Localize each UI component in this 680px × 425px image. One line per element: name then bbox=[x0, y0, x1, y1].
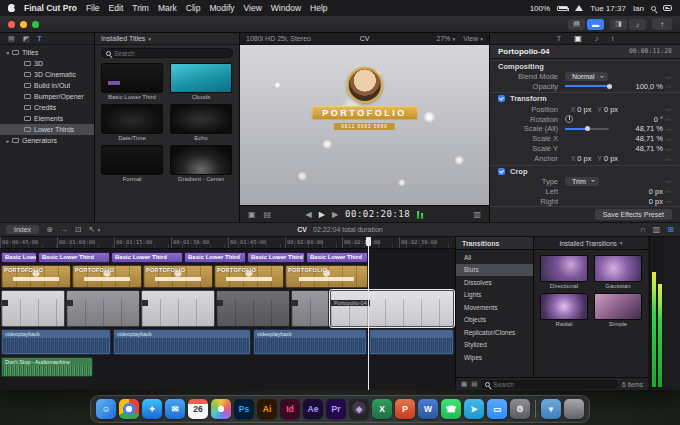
viewer-timecode[interactable]: 00:02:20:18 bbox=[345, 209, 410, 219]
playhead[interactable] bbox=[368, 237, 369, 390]
dock-after-effects-icon[interactable]: Ae bbox=[303, 399, 323, 419]
transition-category[interactable]: Replicator/Clones bbox=[456, 326, 533, 339]
anchor-x-field[interactable]: 0 px bbox=[577, 154, 591, 163]
crop-checkbox[interactable] bbox=[498, 168, 505, 175]
portfolio-title-clip[interactable]: PORTOFOLIO bbox=[143, 265, 213, 288]
menu-user[interactable]: Ian bbox=[633, 4, 644, 13]
sidebar-item[interactable]: Credits bbox=[0, 102, 94, 113]
dock-word-icon[interactable]: W bbox=[418, 399, 438, 419]
viewer-canvas[interactable]: PORTOFOLIO 0812 8083 5880 bbox=[240, 45, 489, 205]
dock-zoom-icon[interactable]: ▭ bbox=[487, 399, 507, 419]
titles-search-input[interactable] bbox=[114, 50, 228, 57]
disclosure-icon[interactable]: ▸ bbox=[4, 138, 12, 144]
dock-chrome-icon[interactable] bbox=[119, 399, 139, 419]
transition-item[interactable]: Simple bbox=[594, 293, 642, 327]
scale-x-value[interactable]: 48,71 % bbox=[635, 134, 663, 143]
share-button[interactable]: ↑ bbox=[652, 18, 672, 30]
snapping-icon[interactable]: ∩ bbox=[640, 225, 646, 234]
stepper-icon[interactable]: ‹› bbox=[666, 146, 672, 152]
transition-category[interactable]: Blurs bbox=[456, 264, 533, 277]
media-tab-icon[interactable]: ◩ bbox=[23, 35, 30, 43]
app-menu-title[interactable]: Final Cut Pro bbox=[24, 3, 77, 13]
video-clip[interactable] bbox=[291, 290, 329, 327]
transition-category[interactable]: Dissolves bbox=[456, 276, 533, 289]
dock-telegram-icon[interactable]: ➤ bbox=[464, 399, 484, 419]
sidebar-item[interactable]: ▸ Generators bbox=[0, 135, 94, 146]
transitions-browser-icon[interactable]: ⊞ bbox=[667, 225, 674, 234]
inspector-toggle-button[interactable]: ◨ bbox=[610, 19, 627, 30]
dock-final-cut-pro-icon[interactable]: ◈ bbox=[349, 399, 369, 419]
dock-indesign-icon[interactable]: Id bbox=[280, 399, 300, 419]
scale-y-value[interactable]: 48,71 % bbox=[635, 144, 663, 153]
stepper-icon[interactable]: ‹› bbox=[666, 198, 672, 204]
dock-safari-icon[interactable]: ✦ bbox=[142, 399, 162, 419]
title-thumbnail[interactable]: Echo bbox=[170, 104, 232, 141]
audio-clip[interactable]: videoplayback bbox=[253, 329, 367, 355]
transitions-search[interactable] bbox=[481, 380, 618, 389]
title-thumbnail[interactable]: Date/Time bbox=[101, 104, 163, 141]
sidebar-item[interactable]: Elements bbox=[0, 113, 94, 124]
transition-category[interactable]: Movements bbox=[456, 301, 533, 314]
sidebar-item[interactable]: Lower Thirds bbox=[0, 124, 94, 135]
grid-view-icon[interactable]: ▦ bbox=[461, 380, 467, 388]
scale-all-slider[interactable] bbox=[565, 128, 609, 130]
title-clip[interactable]: Basic Lower Third bbox=[306, 252, 368, 263]
anchor-y-field[interactable]: 0 px bbox=[604, 154, 618, 163]
dock-powerpoint-icon[interactable]: P bbox=[395, 399, 415, 419]
apple-menu-icon[interactable] bbox=[8, 4, 15, 12]
menu-item[interactable]: File bbox=[86, 3, 100, 13]
view-options-icon[interactable]: ▤ bbox=[264, 210, 272, 219]
save-effects-preset-button[interactable]: Save Effects Preset bbox=[595, 209, 672, 220]
dock-finder-icon[interactable]: ☺ bbox=[96, 399, 116, 419]
sidebar-item[interactable]: ▾ Titles bbox=[0, 47, 94, 58]
portfolio-title-clip[interactable]: PORTOFOLIO bbox=[285, 265, 368, 288]
transition-category[interactable]: Lights bbox=[456, 289, 533, 302]
video-clip[interactable]: Portopolio-04 bbox=[330, 290, 454, 327]
transition-item[interactable]: Radial bbox=[540, 293, 588, 327]
info-inspector-tab-icon[interactable]: i bbox=[612, 34, 614, 43]
viewer-view-menu[interactable]: View ▾ bbox=[463, 35, 483, 42]
stepper-icon[interactable]: ‹› bbox=[666, 178, 672, 184]
fit-zoom-icon[interactable]: ▣ bbox=[248, 210, 256, 219]
dock-illustrator-icon[interactable]: Ai bbox=[257, 399, 277, 419]
sidebar-item[interactable]: 3D bbox=[0, 58, 94, 69]
rotation-value[interactable]: 0 ° bbox=[654, 115, 663, 124]
titles-search[interactable] bbox=[101, 48, 233, 58]
video-clip[interactable] bbox=[216, 290, 290, 327]
transition-item[interactable]: Directional bbox=[540, 255, 588, 289]
dock-mail-icon[interactable]: ✉ bbox=[165, 399, 185, 419]
compositing-section-header[interactable]: Compositing bbox=[490, 60, 680, 72]
crop-right-value[interactable]: 0 px bbox=[649, 197, 663, 206]
clip-appearance-icon[interactable]: ▥ bbox=[653, 225, 661, 234]
stepper-icon[interactable]: ‹› bbox=[666, 126, 672, 132]
video-clip[interactable] bbox=[66, 290, 140, 327]
video-clip[interactable] bbox=[1, 290, 65, 327]
video-clip[interactable] bbox=[141, 290, 215, 327]
menu-item[interactable]: Mark bbox=[158, 3, 177, 13]
music-clip[interactable]: Don't Stop - Audiomachine bbox=[1, 357, 93, 377]
title-thumbnail[interactable]: Basic Lower Third bbox=[101, 63, 163, 100]
stepper-icon[interactable]: ‹› bbox=[666, 83, 672, 89]
menu-item[interactable]: Window bbox=[271, 3, 301, 13]
title-clip[interactable]: Basic Lower Third bbox=[38, 252, 110, 263]
installed-transitions-header[interactable]: Installed Transitions bbox=[559, 240, 616, 247]
chevron-down-icon[interactable]: ▾ bbox=[148, 36, 151, 42]
append-clip-icon[interactable]: ⊡ bbox=[75, 225, 82, 234]
transform-checkbox[interactable] bbox=[498, 95, 505, 102]
timeline-ruler[interactable]: 00:00:45:0000:01:00:0000:01:15:0000:01:3… bbox=[0, 237, 455, 249]
title-thumbnail[interactable]: Gradient - Center bbox=[170, 145, 232, 182]
transition-category[interactable]: Stylized bbox=[456, 339, 533, 352]
dock-premiere-icon[interactable]: Pr bbox=[326, 399, 346, 419]
title-clip[interactable]: Basic Lower Third bbox=[111, 252, 183, 263]
dock-photos-icon[interactable] bbox=[211, 399, 231, 419]
dock-settings-icon[interactable]: ⚙ bbox=[510, 399, 530, 419]
transition-category[interactable]: Wipes bbox=[456, 351, 533, 364]
battery-icon[interactable] bbox=[557, 6, 568, 11]
menu-item[interactable]: Trim bbox=[132, 3, 149, 13]
opacity-slider[interactable] bbox=[565, 85, 609, 87]
title-clip[interactable]: Basic Lower Third bbox=[247, 252, 305, 263]
insert-clip-icon[interactable]: → bbox=[60, 225, 68, 234]
stepper-icon[interactable]: ‹› bbox=[666, 188, 672, 194]
stepper-icon[interactable]: ‹› bbox=[666, 136, 672, 142]
audio-meters[interactable] bbox=[649, 237, 664, 390]
